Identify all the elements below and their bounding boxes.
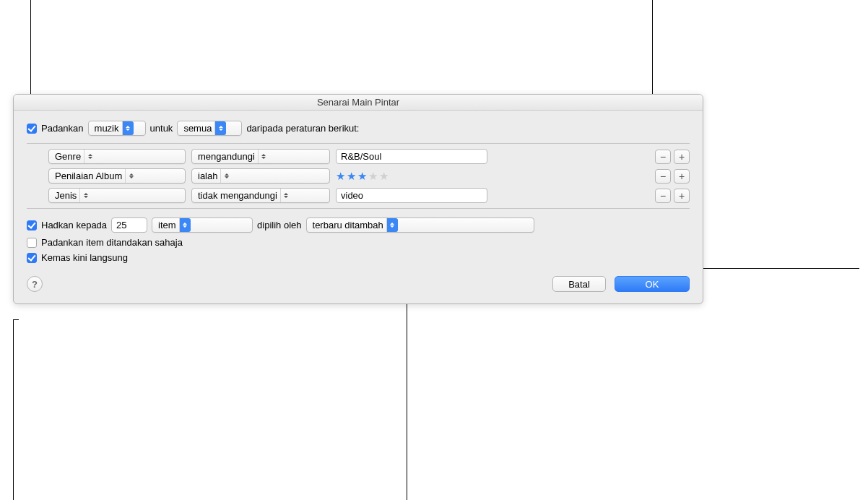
cancel-label: Batal <box>568 279 590 290</box>
live-update-row: Kemas kini langsung <box>27 252 690 263</box>
rule-operator-popup[interactable]: mengandungi <box>191 149 330 164</box>
match-checked-only-checkbox[interactable] <box>27 238 37 248</box>
updown-icon <box>79 189 91 202</box>
cancel-button[interactable]: Batal <box>552 276 606 292</box>
match-media-value: muzik <box>95 123 122 134</box>
rule-attribute-popup[interactable]: Genre <box>48 149 186 164</box>
limit-label: Hadkan kepada <box>41 220 107 230</box>
minus-icon: − <box>660 152 666 162</box>
rule-pm-group: − + <box>655 150 690 164</box>
dialog-content: Padankan muzik untuk semua daripada pera… <box>14 111 703 303</box>
limit-selectedby-value: terbaru ditambah <box>313 220 386 230</box>
plus-icon: + <box>679 191 685 201</box>
add-rule-button[interactable]: + <box>674 150 690 164</box>
match-label-prefix: Padankan <box>41 123 84 134</box>
rule-value-stars[interactable]: ★★★★★ <box>336 168 487 184</box>
rule-pm-group: − + <box>655 189 690 203</box>
match-scope-popup[interactable]: semua <box>177 121 242 136</box>
rule-operator-value: ialah <box>198 171 220 181</box>
minus-icon: − <box>660 191 666 201</box>
help-button[interactable]: ? <box>27 276 43 292</box>
ok-button[interactable]: OK <box>615 276 690 292</box>
rule-row: Jenis tidak mengandungi video − + <box>27 186 690 205</box>
smart-playlist-dialog: Senarai Main Pintar Padankan muzik untuk… <box>13 94 703 304</box>
match-checkbox[interactable] <box>27 124 37 134</box>
limit-amount-value: 25 <box>116 220 126 230</box>
remove-rule-button[interactable]: − <box>655 189 671 203</box>
remove-rule-button[interactable]: − <box>655 150 671 164</box>
match-row: Padankan muzik untuk semua daripada pera… <box>27 121 690 136</box>
limit-row: Hadkan kepada 25 item dipilih oleh terba… <box>27 217 690 233</box>
rule-attribute-popup[interactable]: Jenis <box>48 188 186 203</box>
match-label-for: untuk <box>150 123 173 134</box>
rule-pm-group: − + <box>655 169 690 184</box>
rule-row: Genre mengandungi R&B/Soul − + <box>27 147 690 166</box>
rule-row: Penilaian Album ialah ★★★★★ − + <box>27 166 690 186</box>
rule-operator-popup[interactable]: tidak mengandungi <box>191 188 330 203</box>
callout-line <box>13 319 14 500</box>
limit-selectedby-label: dipilih oleh <box>257 220 301 230</box>
add-rule-button[interactable]: + <box>674 189 690 203</box>
updown-icon <box>280 189 292 202</box>
updown-icon <box>122 121 134 135</box>
rule-value-input[interactable]: video <box>336 188 487 203</box>
rule-value-text: video <box>341 190 363 201</box>
limit-selectedby-popup[interactable]: terbaru ditambah <box>306 217 534 233</box>
updown-icon <box>84 150 95 163</box>
live-update-label: Kemas kini langsung <box>41 252 128 263</box>
help-icon: ? <box>32 279 38 290</box>
limit-unit-popup[interactable]: item <box>152 217 253 233</box>
rule-attribute-value: Jenis <box>55 190 79 201</box>
match-checked-only-label: Padankan item ditandakan sahaja <box>41 237 183 248</box>
dialog-footer: ? Batal OK <box>27 276 690 292</box>
rules-list: Genre mengandungi R&B/Soul − + P <box>27 143 690 209</box>
callout-line <box>407 296 407 500</box>
rule-value-text: R&B/Soul <box>341 151 381 162</box>
updown-icon <box>386 218 398 232</box>
remove-rule-button[interactable]: − <box>655 169 671 184</box>
dialog-title: Senarai Main Pintar <box>14 95 703 111</box>
match-checked-only-row: Padankan item ditandakan sahaja <box>27 237 690 248</box>
updown-icon <box>179 218 191 232</box>
add-rule-button[interactable]: + <box>674 169 690 184</box>
minus-icon: − <box>660 171 666 181</box>
limit-unit-value: item <box>158 220 179 230</box>
limit-checkbox[interactable] <box>27 220 37 230</box>
updown-icon <box>258 150 269 163</box>
callout-line <box>13 319 19 320</box>
match-scope-value: semua <box>183 123 214 134</box>
rule-attribute-popup[interactable]: Penilaian Album <box>48 168 186 184</box>
rule-attribute-value: Genre <box>55 151 84 162</box>
updown-icon <box>125 169 136 183</box>
rule-operator-popup[interactable]: ialah <box>191 168 330 184</box>
match-label-suffix: daripada peraturan berikut: <box>246 123 359 134</box>
plus-icon: + <box>679 171 685 181</box>
star-rating: ★★★★★ <box>336 170 390 183</box>
updown-icon <box>220 169 232 183</box>
rule-operator-value: mengandungi <box>198 151 258 162</box>
plus-icon: + <box>679 152 685 162</box>
ok-label: OK <box>646 279 659 290</box>
limit-amount-input[interactable]: 25 <box>111 217 147 233</box>
live-update-checkbox[interactable] <box>27 253 37 263</box>
match-media-popup[interactable]: muzik <box>88 121 146 136</box>
rule-value-input[interactable]: R&B/Soul <box>336 149 487 164</box>
updown-icon <box>214 121 226 135</box>
rule-attribute-value: Penilaian Album <box>55 171 125 181</box>
rule-operator-value: tidak mengandungi <box>198 190 280 201</box>
